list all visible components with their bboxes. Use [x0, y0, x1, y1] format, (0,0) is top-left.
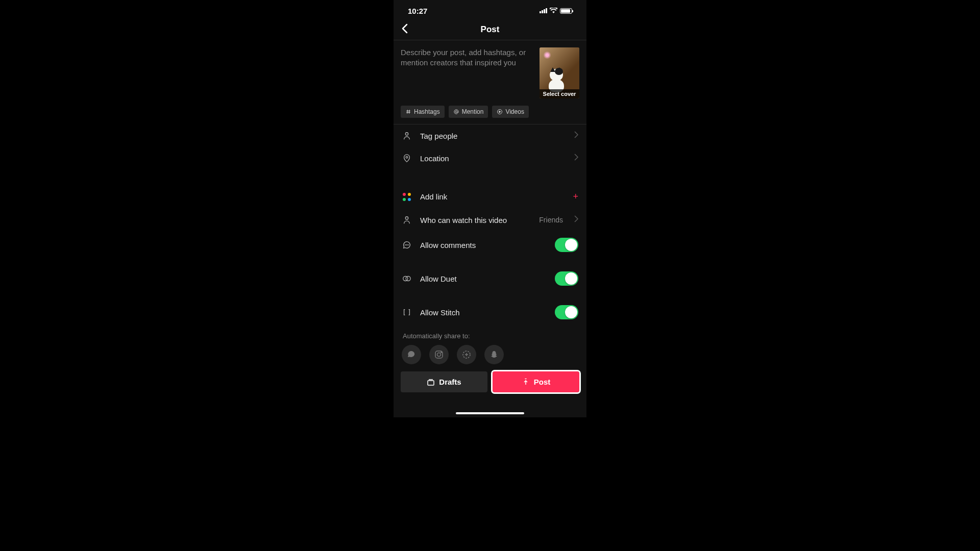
allow-duet-label: Allow Duet — [420, 274, 547, 283]
drafts-button-label: Drafts — [439, 378, 461, 386]
battery-icon — [560, 8, 572, 14]
svg-point-7 — [408, 245, 408, 245]
at-icon — [453, 109, 459, 115]
hashtags-chip[interactable]: Hashtags — [401, 106, 445, 118]
share-label: Automatically share to: — [394, 332, 586, 345]
person-icon — [402, 131, 412, 140]
allow-comments-label: Allow comments — [420, 241, 547, 249]
share-stories-button[interactable] — [457, 345, 476, 364]
chip-row: Hashtags Mention Videos — [394, 98, 586, 124]
home-indicator[interactable] — [456, 412, 524, 414]
comment-icon — [402, 240, 412, 249]
videos-chip-label: Videos — [505, 108, 524, 115]
add-link-row[interactable]: Add link + — [394, 185, 586, 209]
duet-icon — [402, 274, 412, 283]
svg-point-11 — [437, 353, 441, 357]
play-circle-icon — [497, 109, 503, 115]
tag-people-row[interactable]: Tag people — [394, 124, 586, 147]
svg-point-3 — [406, 156, 408, 158]
svg-point-12 — [441, 352, 442, 353]
hash-icon — [405, 109, 411, 115]
cover-thumbnail[interactable]: Select cover — [540, 47, 579, 98]
allow-duet-toggle[interactable] — [555, 271, 578, 286]
privacy-value: Friends — [539, 216, 563, 224]
page-title: Post — [481, 24, 500, 35]
add-link-label: Add link — [420, 192, 565, 201]
allow-comments-toggle[interactable] — [555, 238, 578, 252]
allow-stitch-toggle[interactable] — [555, 305, 578, 319]
chevron-right-icon — [574, 215, 578, 224]
chevron-right-icon — [574, 131, 578, 140]
drafts-button[interactable]: Drafts — [401, 371, 487, 392]
select-cover-label: Select cover — [540, 89, 579, 98]
link-app-icon — [402, 192, 412, 202]
privacy-row[interactable]: Who can watch this video Friends — [394, 209, 586, 231]
chevron-right-icon — [574, 154, 578, 163]
svg-point-0 — [455, 111, 457, 113]
mention-chip[interactable]: Mention — [449, 106, 488, 118]
post-icon — [522, 378, 530, 386]
back-button[interactable] — [402, 23, 408, 36]
bottom-buttons: Drafts Post — [394, 371, 586, 392]
svg-point-5 — [405, 245, 406, 245]
videos-chip[interactable]: Videos — [492, 106, 528, 118]
svg-point-2 — [405, 133, 408, 135]
privacy-label: Who can watch this video — [420, 216, 531, 224]
share-instagram-button[interactable] — [429, 345, 449, 364]
svg-rect-14 — [428, 381, 434, 385]
nav-bar: Post — [394, 19, 586, 40]
location-label: Location — [420, 154, 563, 163]
post-button-label: Post — [534, 378, 551, 386]
location-icon — [402, 154, 412, 163]
hashtags-chip-label: Hashtags — [414, 108, 440, 115]
mention-chip-label: Mention — [462, 108, 484, 115]
svg-point-9 — [406, 277, 410, 281]
wifi-icon — [550, 6, 557, 15]
description-input[interactable]: Describe your post, add hashtags, or men… — [401, 47, 534, 98]
compose-area: Describe your post, add hashtags, or men… — [394, 40, 586, 98]
status-bar: 10:27 — [394, 0, 586, 19]
person-icon — [402, 215, 412, 224]
status-icons — [540, 6, 572, 15]
phone-frame: 10:27 Post Describe your post, add hasht… — [394, 0, 586, 417]
share-snapchat-button[interactable] — [484, 345, 504, 364]
stitch-icon — [402, 308, 412, 317]
location-row[interactable]: Location — [394, 147, 586, 169]
signal-icon — [540, 8, 547, 13]
share-messages-button[interactable] — [402, 345, 421, 364]
allow-comments-row: Allow comments — [394, 231, 586, 259]
share-row — [394, 345, 586, 371]
allow-duet-row: Allow Duet — [394, 265, 586, 292]
tag-people-label: Tag people — [420, 132, 563, 140]
plus-icon: + — [573, 191, 578, 202]
svg-point-4 — [405, 217, 408, 219]
svg-point-6 — [407, 245, 407, 245]
allow-stitch-row: Allow Stitch — [394, 298, 586, 326]
status-time: 10:27 — [408, 7, 427, 15]
drafts-icon — [427, 378, 435, 386]
post-button[interactable]: Post — [493, 371, 579, 392]
allow-stitch-label: Allow Stitch — [420, 308, 547, 317]
